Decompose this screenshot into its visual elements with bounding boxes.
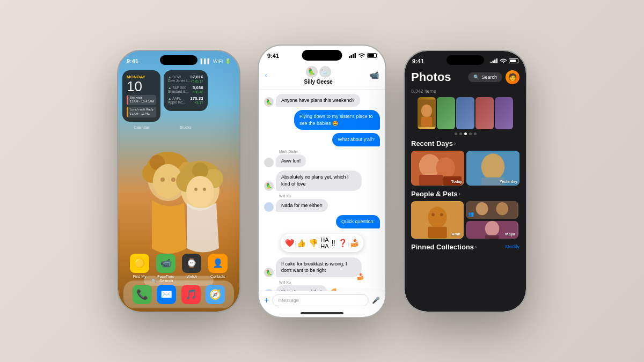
tapback-thumbsdown[interactable]: 👎 <box>309 239 318 247</box>
tapback-exclamation[interactable]: ‼️ <box>332 239 335 247</box>
facetime-button[interactable]: 📹 <box>370 71 379 79</box>
dow-full: Dow Jones I... <box>168 79 190 83</box>
svg-rect-20 <box>355 53 356 58</box>
tapback-divider-2 <box>307 238 308 248</box>
battery-icon: 🔋 <box>225 58 231 64</box>
svg-point-40 <box>440 213 443 216</box>
svg-rect-18 <box>351 55 353 58</box>
mail-app-icon[interactable]: ✉️ <box>157 285 176 304</box>
amit-card[interactable]: Amit <box>411 201 464 239</box>
add-button[interactable]: + <box>264 295 269 305</box>
calendar-event-1: Site visit 11AM - 10:45AM <box>127 95 156 106</box>
wallpaper-people <box>125 141 232 264</box>
today-card[interactable]: Today <box>411 151 464 186</box>
status-icons: ▌▌▌ WiFi 🔋 <box>201 58 231 64</box>
svg-rect-27 <box>421 116 432 127</box>
home-indicator-2 <box>259 309 385 317</box>
photos-search-button[interactable]: 🔍 Search <box>468 72 502 82</box>
mic-button[interactable]: 🎤 <box>372 297 380 304</box>
featured-photo-strip[interactable] <box>411 97 519 129</box>
tapback-picker[interactable]: ❤️ 👍 👎 HAHA ‼️ ❓ 🍰 <box>264 233 380 253</box>
aapl-change: +3.17 <box>190 101 203 105</box>
safari-app-icon[interactable]: 🧭 <box>206 285 225 304</box>
status-time-msg: 9:41 <box>267 53 279 59</box>
status-time: 9:41 <box>127 58 138 64</box>
tapback-heart[interactable]: ❤️ <box>285 239 294 247</box>
msg-row-5: 🦜 Absolutely no plans yet, which I kind … <box>264 171 362 190</box>
stocks-widget-label: Stocks <box>164 125 208 129</box>
message-3: What about y'all? <box>264 133 380 146</box>
msg-row-8: 🦜 If cake for breakfast is wrong, I don'… <box>264 257 362 277</box>
contacts-icon[interactable]: 👤 Contacts <box>208 254 228 278</box>
yesterday-card[interactable]: Yesterday <box>466 151 519 186</box>
modify-button[interactable]: Modify <box>505 244 519 249</box>
message-7: Quick question: <box>264 215 380 228</box>
battery-msg <box>367 53 377 58</box>
user-avatar-1: 🦜 <box>264 97 274 107</box>
sp-price: 5,036 <box>193 85 203 90</box>
tapback-divider-5 <box>336 238 337 248</box>
message-input[interactable]: iMessage <box>272 294 369 306</box>
tapback-haha[interactable]: HAHA <box>320 237 328 249</box>
phone-photos: 9:41 <box>404 50 527 313</box>
svg-point-45 <box>485 221 499 236</box>
tapback-row[interactable]: ❤️ 👍 👎 HAHA ‼️ ❓ 🍰 <box>281 234 363 252</box>
photos-title: Photos <box>411 70 451 84</box>
wifi-icon-photos <box>500 58 507 64</box>
dot-5 <box>474 132 477 135</box>
dow-label: ▲ DOW <box>168 75 190 79</box>
tapback-question[interactable]: ❓ <box>338 239 347 247</box>
svg-rect-19 <box>353 54 354 58</box>
mark-avatar <box>264 158 274 167</box>
wifi-icon-msg <box>358 53 365 58</box>
music-app-icon[interactable]: 🎵 <box>181 285 201 304</box>
facetime-icon[interactable]: 📹 FaceTime <box>156 254 175 278</box>
signal-icon: ▌▌▌ <box>201 58 211 64</box>
dynamic-island-3 <box>447 55 484 65</box>
signal-bars-photos <box>491 58 498 63</box>
svg-rect-21 <box>491 62 492 63</box>
status-time-photos: 9:41 <box>412 58 424 64</box>
user-avatar-photos[interactable]: 🧑 <box>506 70 519 84</box>
svg-point-42 <box>476 202 488 215</box>
stocks-widget[interactable]: ▲ DOW Dow Jones I... 37,816 +570.17 <box>164 70 208 122</box>
recent-days-title[interactable]: Recent Days › <box>411 139 519 147</box>
search-label-photos: Search <box>481 75 497 80</box>
svg-point-15 <box>194 188 197 191</box>
svg-point-37 <box>428 206 447 227</box>
bubble-6: Nada for me either! <box>276 199 328 212</box>
svg-point-14 <box>186 176 214 208</box>
recent-days-section: Recent Days › Today <box>405 139 526 186</box>
bubble-7: Quick question: <box>336 215 380 228</box>
dynamic-island <box>160 55 197 65</box>
group-icon: 👥 <box>468 211 474 217</box>
maya-card[interactable]: Maya <box>466 221 518 239</box>
find-my-icon[interactable]: 🟡 Find My <box>130 254 149 278</box>
people-pets-title[interactable]: People & Pets › <box>411 190 519 198</box>
pinned-title[interactable]: Pinned Collections › <box>411 243 477 251</box>
svg-point-43 <box>496 202 509 215</box>
page-dots <box>405 132 526 135</box>
group-card[interactable]: 👥 <box>466 201 518 219</box>
back-button[interactable]: ‹ <box>265 72 267 78</box>
svg-point-16 <box>203 188 206 191</box>
svg-rect-17 <box>349 56 350 58</box>
dock: 📞 ✉️ 🎵 🧭 <box>123 280 234 308</box>
pinned-header: Pinned Collections › Modify <box>411 243 519 251</box>
message-input-bar: + iMessage 🎤 <box>259 291 385 309</box>
aapl-price: 170.33 <box>190 96 203 101</box>
home-screen-display: 9:41 ▌▌▌ WiFi 🔋 MONDAY 10 Site visit 11A… <box>118 51 239 312</box>
dot-1 <box>455 132 457 135</box>
bubble-9: Haha I second that <box>276 285 327 290</box>
message-4: Mark Disler Aww fun! <box>264 150 380 168</box>
group-name: Silly Geese <box>304 79 332 85</box>
tapback-cake[interactable]: 🍰 <box>350 239 359 247</box>
tapback-thumbsup[interactable]: 👍 <box>297 239 306 247</box>
reaction-emoji: 🍰 <box>356 272 364 282</box>
pinned-collections-section: Pinned Collections › Modify <box>405 243 526 253</box>
calendar-widget[interactable]: MONDAY 10 Site visit 11AM - 10:45AM Lunc… <box>122 70 160 122</box>
phone-app-icon[interactable]: 📞 <box>133 285 152 304</box>
people-pets-grid: Amit 👥 <box>411 201 519 239</box>
watch-icon[interactable]: ⌚ Watch <box>182 254 201 278</box>
messages-screen: 9:41 <box>259 46 385 317</box>
